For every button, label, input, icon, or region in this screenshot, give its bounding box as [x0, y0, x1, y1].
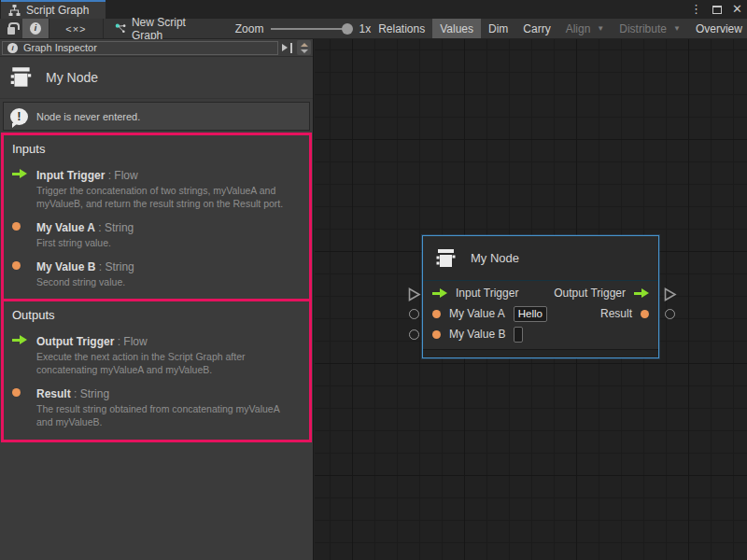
info-icon: [7, 42, 18, 52]
overview-button[interactable]: Overview: [688, 19, 747, 38]
inspector-header: Graph Inspector: [0, 39, 313, 57]
port-description: Execute the next action in the Script Gr…: [36, 351, 301, 377]
graph-breadcrumb[interactable]: New Script Graph: [107, 19, 211, 38]
carry-button[interactable]: Carry: [515, 19, 557, 38]
overview-label: Overview: [696, 22, 742, 35]
zoom-level: 1x: [359, 22, 371, 35]
port-description: The result string obtained from concaten…: [36, 403, 301, 429]
zoom-slider-knob[interactable]: [342, 23, 353, 35]
result-port[interactable]: Result: [600, 307, 649, 320]
port-entry-output-trigger: Output TriggerFlow Execute the next acti…: [12, 332, 301, 377]
graph-toolbar: <×> New Script Graph Zoom 1x Relations: [0, 19, 747, 39]
input-trigger-port[interactable]: Input Trigger: [432, 287, 518, 300]
lock-button[interactable]: [0, 19, 22, 38]
flow-port-icon: [12, 335, 27, 345]
more-menu-icon[interactable]: ⋮: [690, 0, 702, 19]
port-entry-my-value-a: My Value AString First string value.: [12, 218, 301, 250]
external-flow-connector[interactable]: [408, 287, 421, 301]
port-description: Second string value.: [36, 276, 134, 289]
relations-label: Relations: [378, 22, 425, 35]
value-port-icon: [12, 388, 21, 397]
lock-icon: [7, 27, 15, 35]
external-value-connector[interactable]: [409, 309, 419, 319]
value-port-icon: [12, 261, 21, 270]
port-entry-result: ResultString The result string obtained …: [12, 385, 301, 429]
toolbar-right-group: Relations Values Dim Carry Align ▼ Distr…: [371, 19, 747, 38]
my-node[interactable]: My Node Input Trigger Output Trigger: [422, 235, 659, 358]
distribute-dropdown[interactable]: Distribute ▼: [612, 19, 688, 38]
close-icon[interactable]: ✕: [732, 0, 742, 19]
outputs-section-title: Outputs: [12, 308, 301, 322]
value-port-icon: [12, 222, 21, 231]
port-name: Result: [36, 387, 71, 400]
value-port-icon[interactable]: [432, 310, 441, 318]
toolbar-separator: [103, 19, 104, 38]
tab-title: Script Graph: [26, 4, 89, 17]
port-type: String: [95, 221, 134, 234]
port-label: My Value A: [449, 307, 505, 320]
flow-port-icon[interactable]: [432, 288, 447, 299]
inspector-title: Graph Inspector: [23, 42, 97, 53]
zoom-control: Zoom 1x: [235, 19, 371, 38]
scroll-spinner[interactable]: [297, 40, 311, 55]
align-label: Align: [566, 22, 591, 35]
carry-label: Carry: [523, 22, 550, 35]
flow-port-icon[interactable]: [634, 288, 649, 299]
external-value-connector[interactable]: [409, 329, 419, 340]
csharp-preview-button[interactable]: <×>: [49, 19, 103, 38]
script-graph-window: Script Graph ⋮ ✕ <×> New Script Gra: [0, 0, 747, 560]
scroll-up-icon[interactable]: [301, 43, 308, 47]
warning-banner: Node is never entered.: [3, 102, 310, 131]
scroll-down-icon[interactable]: [301, 49, 308, 53]
graph-name-label: New Script Graph: [132, 16, 204, 42]
selected-node-title: My Node: [46, 70, 98, 85]
align-dropdown[interactable]: Align ▼: [558, 19, 613, 38]
external-flow-connector[interactable]: [664, 287, 677, 301]
port-label: Output Trigger: [554, 287, 626, 300]
my-value-b-input[interactable]: [514, 327, 523, 343]
node-title: My Node: [471, 251, 519, 265]
value-port-icon[interactable]: [641, 310, 649, 318]
node-footer: [423, 349, 658, 357]
graph-hierarchy-icon: [8, 5, 21, 16]
maximize-icon[interactable]: [712, 6, 722, 14]
unit-node-icon: [434, 248, 458, 269]
node-ports: Input Trigger Output Trigger My Value A …: [423, 281, 658, 344]
my-value-a-port[interactable]: My Value A Hello: [432, 306, 547, 322]
my-value-a-input[interactable]: Hello: [514, 306, 547, 322]
port-label: Input Trigger: [456, 287, 518, 300]
port-description: First string value.: [36, 237, 134, 250]
port-name: Input Trigger: [36, 169, 105, 182]
port-name: Output Trigger: [36, 335, 114, 348]
port-label: My Value B: [449, 328, 505, 341]
port-type: String: [71, 387, 109, 400]
graph-canvas[interactable]: My Node Input Trigger Output Trigger: [315, 39, 747, 560]
selected-node-header: My Node: [0, 57, 313, 99]
my-value-b-port[interactable]: My Value B: [432, 327, 523, 343]
node-header[interactable]: My Node: [423, 236, 658, 281]
output-trigger-port[interactable]: Output Trigger: [554, 287, 649, 300]
dock-panel-icon[interactable]: [281, 42, 294, 54]
port-description: Trigger the concatenation of two strings…: [36, 185, 301, 211]
tab-bar: Script Graph ⋮ ✕: [0, 0, 747, 19]
node-row-trigger: Input Trigger Output Trigger: [423, 283, 658, 303]
node-row-value-a: My Value A Hello Result: [423, 303, 658, 324]
distribute-label: Distribute: [619, 22, 667, 35]
port-entry-input-trigger: Input TriggerFlow Trigger the concatenat…: [12, 166, 301, 211]
external-value-connector[interactable]: [665, 309, 675, 319]
window-controls: ⋮ ✕: [690, 0, 742, 19]
port-type: String: [95, 260, 134, 273]
ports-documentation-box: Inputs Input TriggerFlow Trigger the con…: [1, 133, 312, 442]
unit-node-icon: [8, 66, 35, 89]
zoom-slider[interactable]: [271, 28, 351, 30]
tab-script-graph[interactable]: Script Graph: [1, 0, 106, 19]
inspector-title-field[interactable]: Graph Inspector: [2, 41, 278, 55]
inspector-toggle-button[interactable]: [22, 19, 49, 38]
port-entry-my-value-b: My Value BString Second string value.: [12, 258, 301, 289]
chevron-down-icon: ▼: [673, 24, 681, 33]
relations-button[interactable]: Relations: [371, 19, 432, 38]
value-port-icon[interactable]: [432, 330, 441, 339]
values-button[interactable]: Values: [432, 19, 481, 38]
script-graph-asset-icon: [115, 22, 126, 35]
dim-button[interactable]: Dim: [481, 19, 515, 38]
